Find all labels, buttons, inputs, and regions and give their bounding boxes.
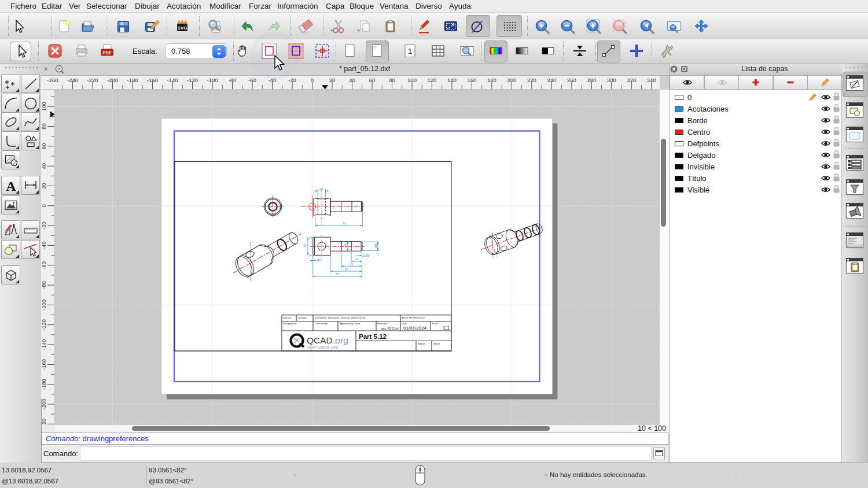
svg-text:Title/Name, destination, mater: Title/Name, destination, material, dimen… — [315, 316, 366, 319]
svg-text:-200: -200 — [107, 77, 118, 83]
svg-text:100: 100 — [407, 77, 417, 83]
svg-text:180: 180 — [487, 77, 496, 83]
svg-text:1: 1 — [408, 47, 412, 56]
svg-text:200: 200 — [507, 77, 516, 83]
svg-text:Checked by: Checked by — [315, 322, 328, 325]
svg-text:-60: -60 — [41, 261, 47, 269]
svg-text:-40: -40 — [41, 242, 47, 250]
svg-text:part_05.12.dxf: part_05.12.dxf — [381, 327, 400, 330]
svg-text:80: 80 — [41, 123, 47, 130]
svg-text:Article No./Reference: Article No./Reference — [402, 316, 425, 319]
svg-text:-20: -20 — [41, 221, 47, 230]
svg-text:Quantity: Quantity — [297, 316, 307, 319]
svg-text:Part 5.12: Part 5.12 — [359, 333, 387, 340]
svg-text:320: 320 — [627, 77, 636, 83]
svg-text:20: 20 — [329, 77, 336, 83]
svg-text:PDF: PDF — [103, 50, 112, 56]
svg-text:18: 18 — [304, 244, 307, 247]
svg-text:-240: -240 — [67, 77, 78, 83]
svg-text:Designed by: Designed by — [283, 322, 297, 325]
svg-text:01/01/2024: 01/01/2024 — [403, 326, 427, 331]
svg-text:1x45°: 1x45° — [315, 258, 322, 262]
svg-text:-80: -80 — [41, 281, 47, 289]
svg-text:Scale: Scale — [432, 322, 438, 325]
svg-text:Item ref: Item ref — [283, 316, 292, 319]
svg-text:-140: -140 — [41, 339, 47, 350]
svg-text:220: 220 — [527, 77, 536, 83]
svg-text:A: A — [6, 179, 16, 194]
svg-text:140: 140 — [447, 77, 457, 83]
svg-text:-120: -120 — [187, 77, 198, 83]
svg-text:-220: -220 — [87, 77, 98, 83]
svg-text:-180: -180 — [41, 379, 47, 390]
svg-text:-120: -120 — [41, 319, 47, 330]
svg-text:240: 240 — [547, 77, 556, 83]
svg-text:20: 20 — [41, 183, 47, 189]
svg-text:11: 11 — [355, 257, 358, 261]
svg-text:280: 280 — [587, 77, 596, 83]
svg-text:0: 0 — [41, 204, 47, 207]
svg-text:50: 50 — [336, 272, 339, 276]
svg-text:100: 100 — [41, 102, 47, 111]
svg-text:-180: -180 — [127, 77, 138, 83]
svg-text:37: 37 — [344, 268, 348, 271]
svg-text:-80: -80 — [229, 77, 237, 83]
svg-text:-160: -160 — [41, 359, 47, 370]
svg-text:Date: Date — [402, 322, 407, 325]
svg-text:80: 80 — [389, 77, 395, 83]
svg-text:0: 0 — [311, 77, 314, 83]
svg-text:ø9: ø9 — [344, 244, 347, 247]
svg-text:260: 260 — [567, 77, 576, 83]
svg-text:Sheet: Sheet — [433, 342, 440, 345]
svg-text:21: 21 — [350, 263, 354, 266]
svg-text:1:1: 1:1 — [443, 325, 450, 331]
svg-text:-260: -260 — [47, 77, 58, 83]
svg-text:61: 61 — [343, 221, 346, 225]
svg-text:120: 120 — [427, 77, 436, 83]
svg-text:-20: -20 — [288, 77, 296, 83]
svg-text:ø8: ø8 — [319, 187, 323, 191]
svg-text:-60: -60 — [248, 77, 256, 83]
svg-text:-100: -100 — [207, 77, 218, 83]
svg-text:1x45°: 1x45° — [363, 254, 370, 257]
svg-text:QCAD.org: QCAD.org — [307, 335, 348, 345]
svg-text:-140: -140 — [167, 77, 178, 83]
svg-text:Filename: Filename — [377, 322, 388, 325]
svg-text:SVG: SVG — [178, 25, 187, 31]
svg-text:Approved by - date: Approved by - date — [340, 322, 361, 325]
svg-text:60: 60 — [369, 77, 376, 83]
svg-text:300: 300 — [607, 77, 616, 83]
svg-text:Open Source CAD: Open Source CAD — [307, 345, 339, 350]
svg-text:Edition: Edition — [418, 342, 425, 345]
svg-text:160: 160 — [467, 77, 476, 83]
svg-text:60: 60 — [41, 143, 47, 150]
svg-text:-160: -160 — [147, 77, 158, 83]
svg-text:40: 40 — [41, 163, 47, 169]
svg-text:40: 40 — [349, 77, 355, 83]
svg-text:ø10: ø10 — [374, 243, 377, 248]
svg-text:-100: -100 — [41, 300, 47, 310]
svg-text:340: 340 — [647, 77, 656, 83]
